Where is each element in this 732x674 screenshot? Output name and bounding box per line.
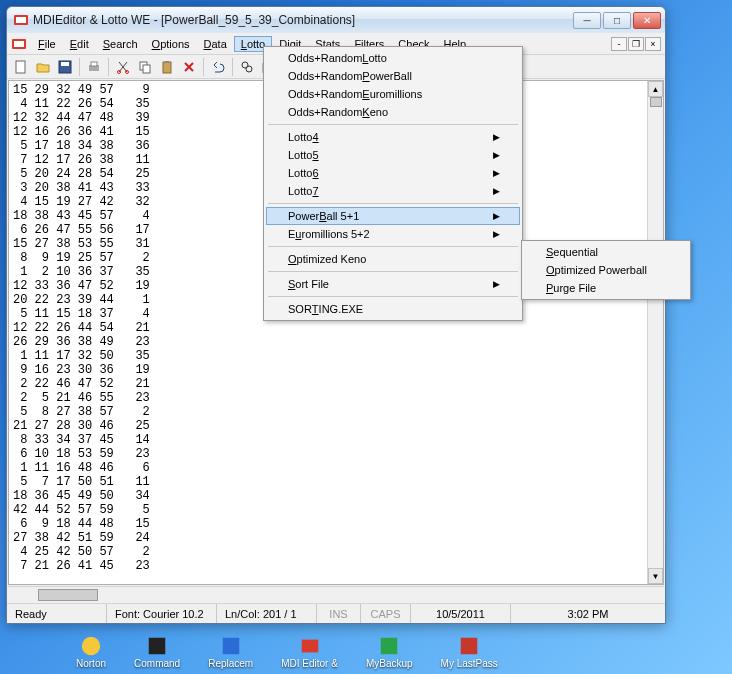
mdi-restore[interactable]: ❐ bbox=[628, 37, 644, 51]
window-title: MDIEditor & Lotto WE - [PowerBall_59_5_3… bbox=[33, 13, 573, 27]
submenu-arrow-icon: ▶ bbox=[493, 229, 500, 239]
save-icon[interactable] bbox=[55, 57, 75, 77]
menuitem-lotto5[interactable]: Lotto 5▶ bbox=[266, 146, 520, 164]
submenu-optimized-powerball[interactable]: Optimized Powerball bbox=[524, 261, 688, 279]
undo-icon[interactable] bbox=[208, 57, 228, 77]
svg-point-18 bbox=[82, 637, 100, 655]
svg-rect-22 bbox=[381, 638, 398, 655]
status-lncol: Ln/Col: 201 / 1 bbox=[217, 604, 317, 623]
svg-rect-1 bbox=[16, 17, 26, 23]
find-icon[interactable] bbox=[237, 57, 257, 77]
menuitem-powerball51[interactable]: PowerBall 5+1▶ bbox=[266, 207, 520, 225]
mdi-close[interactable]: × bbox=[645, 37, 661, 51]
menuitem-euro52[interactable]: Euromillions 5+2▶ bbox=[266, 225, 520, 243]
svg-rect-14 bbox=[165, 61, 169, 63]
delete-icon[interactable] bbox=[179, 57, 199, 77]
submenu-arrow-icon: ▶ bbox=[493, 150, 500, 160]
shortcut-mybackup[interactable]: MyBackup bbox=[366, 635, 413, 669]
svg-rect-4 bbox=[16, 61, 25, 73]
svg-rect-13 bbox=[163, 62, 171, 73]
status-font: Font: Courier 10.2 bbox=[107, 604, 217, 623]
minimize-button[interactable]: ─ bbox=[573, 12, 601, 29]
menuitem-odds-euro[interactable]: Odds+Random Euromillions bbox=[266, 85, 520, 103]
shortcut-norton[interactable]: Norton bbox=[76, 635, 106, 669]
submenu-purge-file[interactable]: Purge File bbox=[524, 279, 688, 297]
menu-separator bbox=[268, 124, 518, 125]
menuitem-sort-file[interactable]: Sort File▶ bbox=[266, 275, 520, 293]
copy-icon[interactable] bbox=[135, 57, 155, 77]
menu-separator bbox=[268, 271, 518, 272]
submenu-arrow-icon: ▶ bbox=[493, 211, 500, 221]
vertical-scrollbar[interactable]: ▲ ▼ bbox=[647, 81, 663, 584]
new-file-icon[interactable] bbox=[11, 57, 31, 77]
cut-icon[interactable] bbox=[113, 57, 133, 77]
print-icon[interactable] bbox=[84, 57, 104, 77]
svg-rect-12 bbox=[143, 65, 150, 73]
mdi-minimize[interactable]: - bbox=[611, 37, 627, 51]
status-time: 3:02 PM bbox=[511, 604, 665, 623]
svg-rect-23 bbox=[461, 638, 478, 655]
app-icon-small bbox=[11, 36, 27, 52]
svg-rect-3 bbox=[14, 41, 24, 47]
maximize-button[interactable]: □ bbox=[603, 12, 631, 29]
powerball-submenu: Sequential Optimized Powerball Purge Fil… bbox=[521, 240, 691, 300]
menu-options[interactable]: Options bbox=[145, 36, 197, 52]
toolbar-separator bbox=[203, 58, 204, 76]
menuitem-optimized-keno[interactable]: Optimized Keno bbox=[266, 250, 520, 268]
open-file-icon[interactable] bbox=[33, 57, 53, 77]
submenu-arrow-icon: ▶ bbox=[493, 186, 500, 196]
statusbar: Ready Font: Courier 10.2 Ln/Col: 201 / 1… bbox=[7, 603, 665, 623]
menuitem-odds-lotto[interactable]: Odds+Random Lotto bbox=[266, 49, 520, 67]
menuitem-odds-powerball[interactable]: Odds+Random PowerBall bbox=[266, 67, 520, 85]
menuitem-lotto6[interactable]: Lotto 6▶ bbox=[266, 164, 520, 182]
submenu-arrow-icon: ▶ bbox=[493, 279, 500, 289]
menu-separator bbox=[268, 246, 518, 247]
submenu-sequential[interactable]: Sequential bbox=[524, 243, 688, 261]
shortcut-replacem[interactable]: Replacem bbox=[208, 635, 253, 669]
svg-rect-20 bbox=[222, 638, 239, 655]
hscroll-thumb[interactable] bbox=[38, 589, 98, 601]
desktop-shortcuts: Norton Command Replacem MDI Editor & MyB… bbox=[0, 632, 732, 672]
scroll-up-icon[interactable]: ▲ bbox=[648, 81, 663, 97]
menu-data[interactable]: Data bbox=[197, 36, 234, 52]
titlebar[interactable]: MDIEditor & Lotto WE - [PowerBall_59_5_3… bbox=[7, 7, 665, 33]
scroll-down-icon[interactable]: ▼ bbox=[648, 568, 663, 584]
toolbar-separator bbox=[79, 58, 80, 76]
shortcut-lastpass[interactable]: My LastPass bbox=[441, 635, 498, 669]
svg-rect-6 bbox=[61, 62, 69, 66]
menu-edit[interactable]: Edit bbox=[63, 36, 96, 52]
menu-file[interactable]: File bbox=[31, 36, 63, 52]
mdi-controls: - ❐ × bbox=[611, 37, 661, 51]
paste-icon[interactable] bbox=[157, 57, 177, 77]
status-ready: Ready bbox=[7, 604, 107, 623]
status-date: 10/5/2011 bbox=[411, 604, 511, 623]
menuitem-odds-keno[interactable]: Odds+Random Keno bbox=[266, 103, 520, 121]
menu-search[interactable]: Search bbox=[96, 36, 145, 52]
lotto-dropdown: Odds+Random Lotto Odds+Random PowerBall … bbox=[263, 46, 523, 321]
menuitem-sorting-exe[interactable]: SORTING.EXE bbox=[266, 300, 520, 318]
svg-point-16 bbox=[246, 66, 252, 72]
close-button[interactable]: ✕ bbox=[633, 12, 661, 29]
submenu-arrow-icon: ▶ bbox=[493, 132, 500, 142]
svg-rect-21 bbox=[301, 640, 318, 653]
scroll-thumb[interactable] bbox=[650, 97, 662, 107]
status-ins: INS bbox=[317, 604, 361, 623]
shortcut-mdieditor[interactable]: MDI Editor & bbox=[281, 635, 338, 669]
submenu-arrow-icon: ▶ bbox=[493, 168, 500, 178]
window-controls: ─ □ ✕ bbox=[573, 12, 661, 29]
svg-rect-19 bbox=[149, 638, 166, 655]
menu-separator bbox=[268, 203, 518, 204]
status-caps: CAPS bbox=[361, 604, 411, 623]
toolbar-separator bbox=[108, 58, 109, 76]
menu-separator bbox=[268, 296, 518, 297]
menuitem-lotto7[interactable]: Lotto 7▶ bbox=[266, 182, 520, 200]
app-icon bbox=[13, 12, 29, 28]
horizontal-scrollbar[interactable] bbox=[8, 586, 664, 602]
menuitem-lotto4[interactable]: Lotto 4▶ bbox=[266, 128, 520, 146]
toolbar-separator bbox=[232, 58, 233, 76]
shortcut-command[interactable]: Command bbox=[134, 635, 180, 669]
svg-rect-8 bbox=[91, 62, 97, 66]
